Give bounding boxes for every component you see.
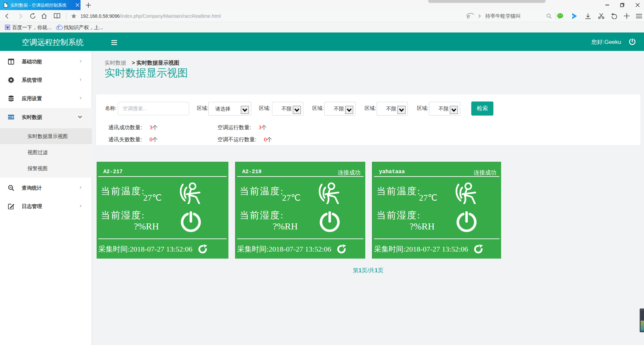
svg-text:e: e: [467, 12, 470, 20]
